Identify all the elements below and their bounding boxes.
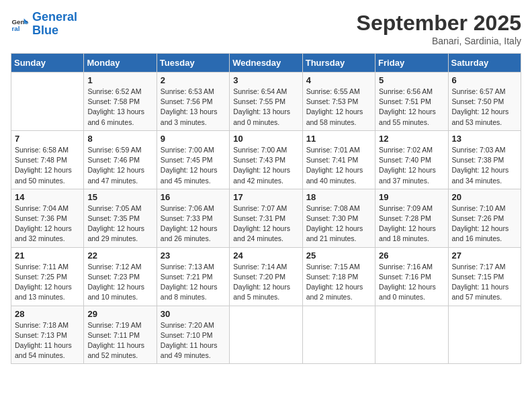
calendar-cell: 26Sunrise: 7:16 AMSunset: 7:16 PMDayligh… — [375, 247, 448, 306]
calendar-cell — [448, 306, 521, 364]
calendar-cell: 16Sunrise: 7:06 AMSunset: 7:33 PMDayligh… — [157, 189, 229, 247]
day-number: 6 — [452, 75, 517, 85]
day-number: 28 — [15, 309, 80, 319]
calendar-cell: 23Sunrise: 7:13 AMSunset: 7:21 PMDayligh… — [157, 247, 229, 306]
day-info: Sunrise: 7:11 AMSunset: 7:25 PMDaylight:… — [15, 262, 80, 303]
calendar-cell: 28Sunrise: 7:18 AMSunset: 7:13 PMDayligh… — [11, 306, 84, 364]
calendar-cell: 6Sunrise: 6:57 AMSunset: 7:50 PMDaylight… — [448, 73, 521, 131]
weekday-header-sunday: Sunday — [11, 54, 84, 73]
page-header: Gene ral General Blue September 2025 Ban… — [11, 11, 521, 46]
day-info: Sunrise: 7:16 AMSunset: 7:16 PMDaylight:… — [379, 262, 444, 303]
day-number: 27 — [452, 250, 517, 261]
day-info: Sunrise: 7:00 AMSunset: 7:45 PMDaylight:… — [161, 145, 226, 186]
day-info: Sunrise: 7:10 AMSunset: 7:26 PMDaylight:… — [452, 203, 517, 244]
calendar-week-2: 7Sunrise: 6:58 AMSunset: 7:48 PMDaylight… — [11, 130, 521, 189]
day-number: 17 — [233, 192, 298, 202]
day-number: 25 — [306, 250, 371, 261]
day-number: 16 — [161, 192, 226, 202]
day-info: Sunrise: 7:01 AMSunset: 7:41 PMDaylight:… — [306, 145, 371, 186]
location-subtitle: Banari, Sardinia, Italy — [357, 36, 521, 46]
calendar-cell — [230, 306, 302, 364]
day-info: Sunrise: 6:55 AMSunset: 7:53 PMDaylight:… — [306, 87, 371, 128]
calendar-cell: 4Sunrise: 6:55 AMSunset: 7:53 PMDaylight… — [302, 73, 375, 131]
day-info: Sunrise: 6:52 AMSunset: 7:58 PMDaylight:… — [87, 87, 152, 128]
weekday-header-tuesday: Tuesday — [157, 54, 229, 73]
calendar-cell: 21Sunrise: 7:11 AMSunset: 7:25 PMDayligh… — [11, 247, 84, 306]
day-number: 23 — [161, 250, 226, 261]
day-info: Sunrise: 7:13 AMSunset: 7:21 PMDaylight:… — [161, 262, 226, 303]
weekday-header-wednesday: Wednesday — [230, 54, 302, 73]
day-number: 1 — [87, 75, 152, 85]
day-info: Sunrise: 7:04 AMSunset: 7:36 PMDaylight:… — [15, 203, 80, 244]
calendar-cell: 29Sunrise: 7:19 AMSunset: 7:11 PMDayligh… — [84, 306, 157, 364]
day-number: 21 — [15, 250, 80, 261]
day-info: Sunrise: 7:07 AMSunset: 7:31 PMDaylight:… — [233, 203, 298, 244]
calendar-table: SundayMondayTuesdayWednesdayThursdayFrid… — [11, 53, 521, 364]
calendar-cell: 19Sunrise: 7:09 AMSunset: 7:28 PMDayligh… — [375, 189, 448, 247]
logo-text: General Blue — [32, 11, 77, 38]
day-info: Sunrise: 7:02 AMSunset: 7:40 PMDaylight:… — [379, 145, 444, 186]
weekday-header-row: SundayMondayTuesdayWednesdayThursdayFrid… — [11, 54, 521, 73]
calendar-cell: 11Sunrise: 7:01 AMSunset: 7:41 PMDayligh… — [302, 130, 375, 189]
svg-text:ral: ral — [11, 25, 19, 32]
calendar-week-5: 28Sunrise: 7:18 AMSunset: 7:13 PMDayligh… — [11, 306, 521, 364]
calendar-cell: 13Sunrise: 7:03 AMSunset: 7:38 PMDayligh… — [448, 130, 521, 189]
calendar-cell: 5Sunrise: 6:56 AMSunset: 7:51 PMDaylight… — [375, 73, 448, 131]
calendar-cell: 20Sunrise: 7:10 AMSunset: 7:26 PMDayligh… — [448, 189, 521, 247]
logo-line2: Blue — [32, 24, 58, 37]
calendar-week-3: 14Sunrise: 7:04 AMSunset: 7:36 PMDayligh… — [11, 189, 521, 247]
logo: Gene ral General Blue — [11, 11, 77, 38]
calendar-cell: 8Sunrise: 6:59 AMSunset: 7:46 PMDaylight… — [84, 130, 157, 189]
day-info: Sunrise: 7:17 AMSunset: 7:15 PMDaylight:… — [452, 262, 517, 303]
day-number: 29 — [87, 309, 152, 319]
day-number: 26 — [379, 250, 444, 261]
calendar-cell: 7Sunrise: 6:58 AMSunset: 7:48 PMDaylight… — [11, 130, 84, 189]
day-info: Sunrise: 6:59 AMSunset: 7:46 PMDaylight:… — [87, 145, 152, 186]
calendar-cell: 27Sunrise: 7:17 AMSunset: 7:15 PMDayligh… — [448, 247, 521, 306]
logo-icon: Gene ral — [11, 15, 30, 34]
day-number: 30 — [161, 309, 226, 319]
day-number: 3 — [233, 75, 298, 85]
weekday-header-friday: Friday — [375, 54, 448, 73]
calendar-cell: 22Sunrise: 7:12 AMSunset: 7:23 PMDayligh… — [84, 247, 157, 306]
month-title: September 2025 — [357, 11, 521, 36]
calendar-cell: 30Sunrise: 7:20 AMSunset: 7:10 PMDayligh… — [157, 306, 229, 364]
weekday-header-thursday: Thursday — [302, 54, 375, 73]
day-info: Sunrise: 7:12 AMSunset: 7:23 PMDaylight:… — [87, 262, 152, 303]
calendar-week-1: 1Sunrise: 6:52 AMSunset: 7:58 PMDaylight… — [11, 73, 521, 131]
calendar-cell: 18Sunrise: 7:08 AMSunset: 7:30 PMDayligh… — [302, 189, 375, 247]
weekday-header-monday: Monday — [84, 54, 157, 73]
day-info: Sunrise: 6:54 AMSunset: 7:55 PMDaylight:… — [233, 87, 298, 128]
calendar-week-4: 21Sunrise: 7:11 AMSunset: 7:25 PMDayligh… — [11, 247, 521, 306]
day-number: 18 — [306, 192, 371, 202]
day-info: Sunrise: 6:58 AMSunset: 7:48 PMDaylight:… — [15, 145, 80, 186]
day-info: Sunrise: 7:05 AMSunset: 7:35 PMDaylight:… — [87, 203, 152, 244]
day-number: 12 — [379, 134, 444, 144]
day-number: 7 — [15, 134, 80, 144]
day-info: Sunrise: 6:56 AMSunset: 7:51 PMDaylight:… — [379, 87, 444, 128]
calendar-cell — [11, 73, 84, 131]
calendar-cell: 10Sunrise: 7:00 AMSunset: 7:43 PMDayligh… — [230, 130, 302, 189]
day-number: 14 — [15, 192, 80, 202]
day-number: 11 — [306, 134, 371, 144]
day-info: Sunrise: 7:09 AMSunset: 7:28 PMDaylight:… — [379, 203, 444, 244]
day-info: Sunrise: 7:14 AMSunset: 7:20 PMDaylight:… — [233, 262, 298, 303]
calendar-cell: 17Sunrise: 7:07 AMSunset: 7:31 PMDayligh… — [230, 189, 302, 247]
calendar-cell: 24Sunrise: 7:14 AMSunset: 7:20 PMDayligh… — [230, 247, 302, 306]
day-info: Sunrise: 6:57 AMSunset: 7:50 PMDaylight:… — [452, 87, 517, 128]
calendar-cell — [375, 306, 448, 364]
day-number: 2 — [161, 75, 226, 85]
day-info: Sunrise: 7:18 AMSunset: 7:13 PMDaylight:… — [15, 320, 80, 361]
day-info: Sunrise: 7:06 AMSunset: 7:33 PMDaylight:… — [161, 203, 226, 244]
calendar-cell: 12Sunrise: 7:02 AMSunset: 7:40 PMDayligh… — [375, 130, 448, 189]
day-number: 20 — [452, 192, 517, 202]
day-number: 13 — [452, 134, 517, 144]
day-number: 9 — [161, 134, 226, 144]
day-info: Sunrise: 7:03 AMSunset: 7:38 PMDaylight:… — [452, 145, 517, 186]
day-info: Sunrise: 7:00 AMSunset: 7:43 PMDaylight:… — [233, 145, 298, 186]
calendar-cell: 1Sunrise: 6:52 AMSunset: 7:58 PMDaylight… — [84, 73, 157, 131]
day-info: Sunrise: 7:20 AMSunset: 7:10 PMDaylight:… — [161, 320, 226, 361]
calendar-cell: 2Sunrise: 6:53 AMSunset: 7:56 PMDaylight… — [157, 73, 229, 131]
logo-line1: General — [32, 10, 77, 24]
day-info: Sunrise: 7:19 AMSunset: 7:11 PMDaylight:… — [87, 320, 152, 361]
